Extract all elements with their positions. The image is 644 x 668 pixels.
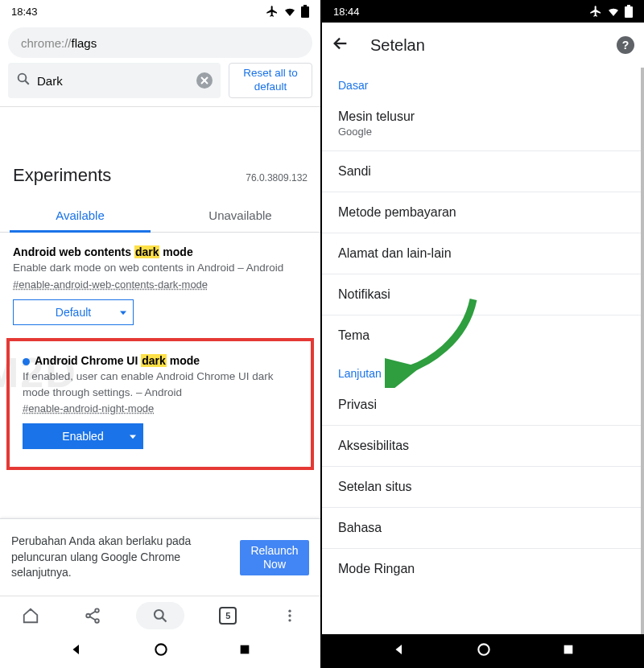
status-time: 18:44 <box>333 6 589 18</box>
right-pane: 18:44 Setelan ? Dasar Mesin telusur Goog… <box>322 0 644 668</box>
appbar-title: Setelan <box>370 36 601 55</box>
svg-rect-22 <box>564 645 572 654</box>
flag-anchor[interactable]: #enable-android-web-contents-dark-mode <box>13 278 208 293</box>
row-address[interactable]: Alamat dan lain-lain <box>322 233 641 274</box>
wifi-icon <box>283 5 296 18</box>
omnibox[interactable]: chrome://flags <box>8 27 312 58</box>
flag-anchor[interactable]: #enable-android-night-mode <box>23 402 154 417</box>
battery-icon <box>625 5 633 18</box>
status-bar: 18:44 <box>322 0 644 23</box>
page-title: Experiments <box>13 165 111 186</box>
svg-point-12 <box>155 609 163 618</box>
reset-all-button[interactable]: Reset all to default <box>229 63 312 98</box>
flag-title: Android Chrome UI dark mode <box>23 353 298 369</box>
status-time: 18:43 <box>11 6 266 18</box>
svg-line-13 <box>162 617 166 621</box>
flag-web-contents-dark: Android web contents dark mode Enable da… <box>0 233 320 333</box>
tabs: Available Unavailable <box>0 197 320 233</box>
svg-point-14 <box>288 609 291 612</box>
flag-select-default[interactable]: Default <box>13 299 134 325</box>
highlight-box: Android Chrome UI dark mode If enabled, … <box>6 338 314 470</box>
svg-rect-20 <box>627 5 630 6</box>
nav-recents-icon[interactable] <box>238 643 251 659</box>
row-accessibility[interactable]: Aksesibilitas <box>322 426 641 466</box>
search-row: Reset all to default <box>0 63 320 106</box>
restart-message: Perubahan Anda akan berlaku pada peluncu… <box>11 534 232 581</box>
status-icons <box>266 5 309 18</box>
row-theme[interactable]: Tema <box>322 315 641 356</box>
row-lite-mode[interactable]: Mode Ringan <box>322 549 641 581</box>
caret-down-icon <box>130 428 136 444</box>
row-notif[interactable]: Notifikasi <box>322 274 641 315</box>
left-pane: 18:43 chrome://flags Reset all to defaul… <box>0 0 322 668</box>
experiments-content: M2D Experiments 76.0.3809.132 Available … <box>0 107 320 518</box>
nav-recents-icon[interactable] <box>562 643 575 659</box>
svg-line-11 <box>89 616 95 620</box>
svg-point-16 <box>288 619 291 621</box>
android-nav-bar <box>0 634 320 668</box>
row-site-settings[interactable]: Setelan situs <box>322 467 641 507</box>
highlight: dark <box>141 354 167 367</box>
nav-home-icon[interactable] <box>153 641 169 661</box>
omnibox-suffix: flags <box>72 36 97 50</box>
status-bar: 18:43 <box>0 0 320 23</box>
flag-desc: Enable dark mode on web contents in Andr… <box>13 260 308 276</box>
changed-dot-icon <box>23 358 30 365</box>
svg-point-21 <box>478 644 489 654</box>
svg-rect-18 <box>241 645 250 654</box>
chrome-toolbar: 5 <box>0 596 320 634</box>
battery-icon <box>301 5 309 18</box>
flag-desc: If enabled, user can enable Android Chro… <box>23 369 298 400</box>
flag-select-enabled[interactable]: Enabled <box>23 423 143 449</box>
status-icons <box>589 5 633 18</box>
svg-point-17 <box>155 644 166 654</box>
tab-unavailable[interactable]: Unavailable <box>160 197 320 232</box>
airplane-icon <box>589 5 602 18</box>
tab-switcher-button[interactable]: 5 <box>210 598 246 633</box>
row-payment[interactable]: Metode pembayaran <box>322 192 641 233</box>
row-password[interactable]: Sandi <box>322 151 641 192</box>
svg-point-15 <box>288 614 291 616</box>
nav-back-icon[interactable] <box>392 642 407 660</box>
svg-rect-19 <box>625 6 633 18</box>
tab-count: 5 <box>219 607 237 625</box>
back-button[interactable] <box>332 35 349 56</box>
svg-point-2 <box>19 74 27 82</box>
tab-available[interactable]: Available <box>0 197 160 232</box>
menu-button[interactable] <box>272 598 308 633</box>
svg-line-3 <box>25 80 29 85</box>
search-icon <box>16 72 31 89</box>
search-button[interactable] <box>136 602 184 629</box>
wifi-icon <box>607 5 620 18</box>
omnibox-prefix: chrome:// <box>21 36 72 50</box>
search-input[interactable] <box>37 74 190 88</box>
svg-rect-0 <box>301 6 309 18</box>
nav-back-icon[interactable] <box>69 642 84 660</box>
home-button[interactable] <box>13 598 48 633</box>
highlight: dark <box>134 245 160 258</box>
search-box[interactable] <box>8 63 221 98</box>
caret-down-icon <box>120 304 126 320</box>
row-language[interactable]: Bahasa <box>322 508 641 548</box>
row-privacy[interactable]: Privasi <box>322 385 641 425</box>
share-button[interactable] <box>75 598 110 633</box>
svg-line-10 <box>89 611 95 615</box>
flag-title: Android web contents dark mode <box>13 244 308 260</box>
version-label: 76.0.3809.132 <box>246 172 308 183</box>
settings-list[interactable]: Dasar Mesin telusur Google Sandi Metode … <box>322 68 644 634</box>
section-basic: Dasar <box>322 68 641 97</box>
row-search-engine[interactable]: Mesin telusur Google <box>322 97 641 151</box>
section-advanced: Lanjutan <box>322 356 641 385</box>
relaunch-button[interactable]: Relaunch Now <box>240 540 309 575</box>
airplane-icon <box>266 5 279 18</box>
experiments-header: Experiments 76.0.3809.132 <box>0 155 320 191</box>
settings-appbar: Setelan ? <box>322 23 644 68</box>
help-icon[interactable]: ? <box>617 36 634 54</box>
flag-chrome-ui-dark: Android Chrome UI dark mode If enabled, … <box>10 341 311 457</box>
nav-home-icon[interactable] <box>476 641 492 661</box>
android-nav-bar <box>322 634 644 668</box>
clear-search-button[interactable] <box>196 72 213 89</box>
svg-rect-1 <box>303 5 307 6</box>
restart-bar: Perubahan Anda akan berlaku pada peluncu… <box>0 518 320 596</box>
